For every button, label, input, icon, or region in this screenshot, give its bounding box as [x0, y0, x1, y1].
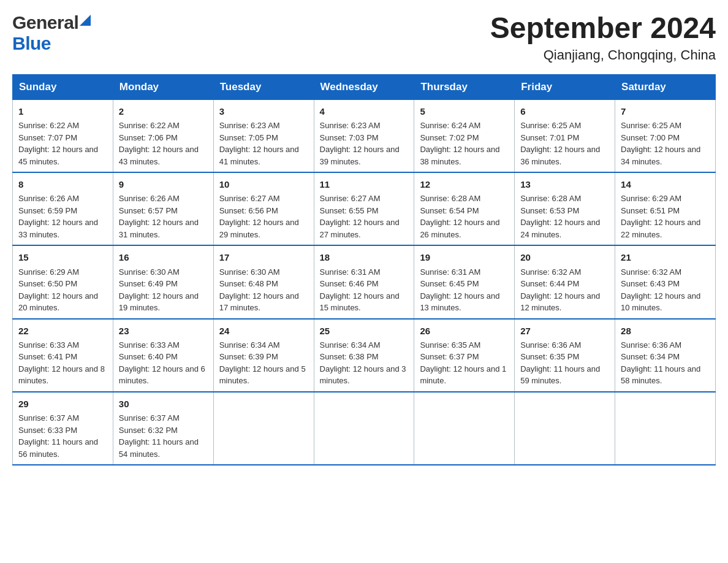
day-number: 20	[520, 250, 609, 264]
calendar-day-5: 5 Sunrise: 6:24 AM Sunset: 7:02 PM Dayli…	[414, 99, 515, 172]
day-number: 29	[18, 397, 107, 411]
day-number: 5	[420, 104, 509, 118]
day-number: 26	[420, 324, 509, 338]
calendar-header-row: Sunday Monday Tuesday Wednesday Thursday…	[13, 74, 716, 99]
header-tuesday: Tuesday	[213, 74, 314, 99]
day-info: Sunrise: 6:28 AM Sunset: 6:54 PM Dayligh…	[420, 193, 509, 240]
calendar-day-22: 22 Sunrise: 6:33 AM Sunset: 6:41 PM Dayl…	[13, 319, 113, 392]
calendar-subtitle: Qianjiang, Chongqing, China	[490, 47, 716, 63]
calendar-day-26: 26 Sunrise: 6:35 AM Sunset: 6:37 PM Dayl…	[414, 319, 515, 392]
calendar-day-1: 1 Sunrise: 6:22 AM Sunset: 7:07 PM Dayli…	[13, 99, 113, 172]
day-number: 7	[621, 104, 710, 118]
day-info: Sunrise: 6:22 AM Sunset: 7:06 PM Dayligh…	[119, 120, 208, 167]
day-info: Sunrise: 6:24 AM Sunset: 7:02 PM Dayligh…	[420, 120, 509, 167]
calendar-day-16: 16 Sunrise: 6:30 AM Sunset: 6:49 PM Dayl…	[113, 245, 213, 318]
calendar-day-15: 15 Sunrise: 6:29 AM Sunset: 6:50 PM Dayl…	[13, 245, 113, 318]
day-info: Sunrise: 6:26 AM Sunset: 6:59 PM Dayligh…	[18, 193, 107, 240]
calendar-day-27: 27 Sunrise: 6:36 AM Sunset: 6:35 PM Dayl…	[515, 319, 615, 392]
day-info: Sunrise: 6:33 AM Sunset: 6:41 PM Dayligh…	[18, 339, 107, 387]
day-info: Sunrise: 6:34 AM Sunset: 6:39 PM Dayligh…	[219, 339, 308, 387]
calendar-empty-cell	[515, 392, 615, 465]
calendar-day-11: 11 Sunrise: 6:27 AM Sunset: 6:55 PM Dayl…	[314, 172, 414, 245]
day-number: 1	[18, 104, 107, 118]
title-block: September 2024 Qianjiang, Chongqing, Chi…	[490, 12, 716, 63]
logo-general-text: General	[12, 12, 78, 33]
calendar-day-3: 3 Sunrise: 6:23 AM Sunset: 7:05 PM Dayli…	[213, 99, 314, 172]
day-number: 11	[320, 177, 409, 191]
day-number: 17	[219, 250, 308, 264]
calendar-day-13: 13 Sunrise: 6:28 AM Sunset: 6:53 PM Dayl…	[515, 172, 615, 245]
day-number: 25	[320, 324, 409, 338]
day-number: 30	[119, 397, 208, 411]
calendar-day-30: 30 Sunrise: 6:37 AM Sunset: 6:32 PM Dayl…	[113, 392, 213, 465]
day-number: 19	[420, 250, 509, 264]
header-monday: Monday	[113, 74, 213, 99]
day-info: Sunrise: 6:36 AM Sunset: 6:34 PM Dayligh…	[621, 339, 710, 387]
calendar-empty-cell	[414, 392, 515, 465]
day-info: Sunrise: 6:25 AM Sunset: 7:01 PM Dayligh…	[520, 120, 609, 167]
calendar-day-10: 10 Sunrise: 6:27 AM Sunset: 6:56 PM Dayl…	[213, 172, 314, 245]
header-thursday: Thursday	[414, 74, 515, 99]
calendar-day-8: 8 Sunrise: 6:26 AM Sunset: 6:59 PM Dayli…	[13, 172, 113, 245]
calendar-day-9: 9 Sunrise: 6:26 AM Sunset: 6:57 PM Dayli…	[113, 172, 213, 245]
calendar-day-18: 18 Sunrise: 6:31 AM Sunset: 6:46 PM Dayl…	[314, 245, 414, 318]
day-info: Sunrise: 6:25 AM Sunset: 7:00 PM Dayligh…	[621, 120, 710, 167]
day-info: Sunrise: 6:32 AM Sunset: 6:44 PM Dayligh…	[520, 266, 609, 314]
day-info: Sunrise: 6:36 AM Sunset: 6:35 PM Dayligh…	[520, 339, 609, 387]
day-number: 13	[520, 177, 609, 191]
day-number: 6	[520, 104, 609, 118]
calendar-empty-cell	[213, 392, 314, 465]
calendar-day-19: 19 Sunrise: 6:31 AM Sunset: 6:45 PM Dayl…	[414, 245, 515, 318]
calendar-day-23: 23 Sunrise: 6:33 AM Sunset: 6:40 PM Dayl…	[113, 319, 213, 392]
day-info: Sunrise: 6:37 AM Sunset: 6:32 PM Dayligh…	[119, 412, 208, 460]
day-info: Sunrise: 6:26 AM Sunset: 6:57 PM Dayligh…	[119, 193, 208, 240]
day-info: Sunrise: 6:37 AM Sunset: 6:33 PM Dayligh…	[18, 412, 107, 460]
calendar-day-2: 2 Sunrise: 6:22 AM Sunset: 7:06 PM Dayli…	[113, 99, 213, 172]
logo-icon: General	[12, 12, 91, 33]
page-header: General Blue September 2024 Qianjiang, C…	[12, 12, 716, 63]
calendar-empty-cell	[615, 392, 716, 465]
calendar-week-4: 22 Sunrise: 6:33 AM Sunset: 6:41 PM Dayl…	[13, 319, 716, 392]
calendar-day-20: 20 Sunrise: 6:32 AM Sunset: 6:44 PM Dayl…	[515, 245, 615, 318]
calendar-week-1: 1 Sunrise: 6:22 AM Sunset: 7:07 PM Dayli…	[13, 99, 716, 172]
calendar-day-24: 24 Sunrise: 6:34 AM Sunset: 6:39 PM Dayl…	[213, 319, 314, 392]
day-info: Sunrise: 6:31 AM Sunset: 6:45 PM Dayligh…	[420, 266, 509, 314]
day-info: Sunrise: 6:29 AM Sunset: 6:51 PM Dayligh…	[621, 193, 710, 240]
day-number: 16	[119, 250, 208, 264]
day-info: Sunrise: 6:27 AM Sunset: 6:56 PM Dayligh…	[219, 193, 308, 240]
day-number: 3	[219, 104, 308, 118]
calendar-day-14: 14 Sunrise: 6:29 AM Sunset: 6:51 PM Dayl…	[615, 172, 716, 245]
logo-blue-text: Blue	[12, 33, 51, 54]
calendar-day-25: 25 Sunrise: 6:34 AM Sunset: 6:38 PM Dayl…	[314, 319, 414, 392]
day-number: 27	[520, 324, 609, 338]
calendar-title: September 2024	[490, 12, 716, 45]
day-info: Sunrise: 6:30 AM Sunset: 6:48 PM Dayligh…	[219, 266, 308, 314]
day-number: 4	[320, 104, 409, 118]
header-wednesday: Wednesday	[314, 74, 414, 99]
day-info: Sunrise: 6:29 AM Sunset: 6:50 PM Dayligh…	[18, 266, 107, 314]
day-info: Sunrise: 6:32 AM Sunset: 6:43 PM Dayligh…	[621, 266, 710, 314]
day-info: Sunrise: 6:33 AM Sunset: 6:40 PM Dayligh…	[119, 339, 208, 387]
logo: General Blue	[12, 12, 91, 54]
calendar-week-5: 29 Sunrise: 6:37 AM Sunset: 6:33 PM Dayl…	[13, 392, 716, 465]
day-info: Sunrise: 6:23 AM Sunset: 7:05 PM Dayligh…	[219, 120, 308, 167]
day-info: Sunrise: 6:31 AM Sunset: 6:46 PM Dayligh…	[320, 266, 409, 314]
header-saturday: Saturday	[615, 74, 716, 99]
day-number: 21	[621, 250, 710, 264]
day-number: 15	[18, 250, 107, 264]
calendar-day-29: 29 Sunrise: 6:37 AM Sunset: 6:33 PM Dayl…	[13, 392, 113, 465]
calendar-week-3: 15 Sunrise: 6:29 AM Sunset: 6:50 PM Dayl…	[13, 245, 716, 318]
calendar-empty-cell	[314, 392, 414, 465]
header-friday: Friday	[515, 74, 615, 99]
logo-triangle-icon	[80, 15, 91, 26]
day-info: Sunrise: 6:34 AM Sunset: 6:38 PM Dayligh…	[320, 339, 409, 387]
day-info: Sunrise: 6:22 AM Sunset: 7:07 PM Dayligh…	[18, 120, 107, 167]
day-info: Sunrise: 6:27 AM Sunset: 6:55 PM Dayligh…	[320, 193, 409, 240]
day-info: Sunrise: 6:35 AM Sunset: 6:37 PM Dayligh…	[420, 339, 509, 387]
calendar-day-17: 17 Sunrise: 6:30 AM Sunset: 6:48 PM Dayl…	[213, 245, 314, 318]
day-info: Sunrise: 6:23 AM Sunset: 7:03 PM Dayligh…	[320, 120, 409, 167]
calendar-day-12: 12 Sunrise: 6:28 AM Sunset: 6:54 PM Dayl…	[414, 172, 515, 245]
calendar-day-7: 7 Sunrise: 6:25 AM Sunset: 7:00 PM Dayli…	[615, 99, 716, 172]
day-number: 2	[119, 104, 208, 118]
day-number: 24	[219, 324, 308, 338]
